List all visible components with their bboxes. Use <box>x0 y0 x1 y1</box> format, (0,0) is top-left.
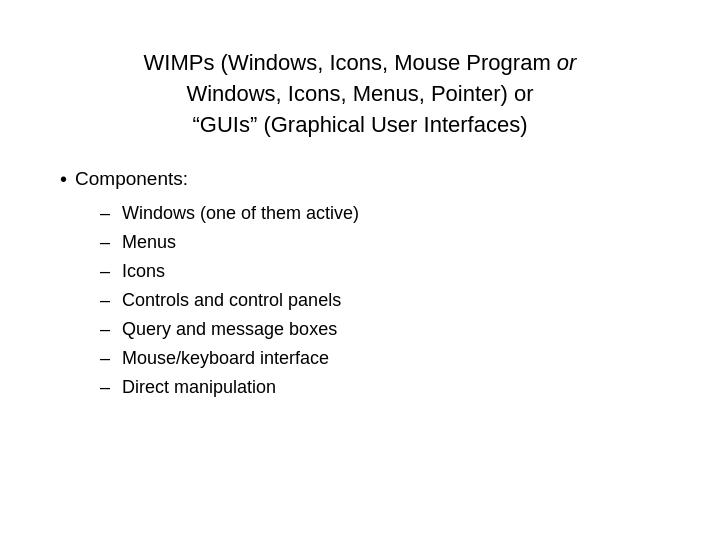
title-line3: “GUIs” (Graphical User Interfaces) <box>60 110 660 141</box>
slide-title: WIMPs (Windows, Icons, Mouse Program or … <box>60 48 660 140</box>
list-item: –Direct manipulation <box>100 374 660 401</box>
list-item-text: Icons <box>122 258 165 285</box>
components-header: • Components: <box>60 168 660 190</box>
component-list: –Windows (one of them active)–Menus–Icon… <box>60 200 660 401</box>
list-item-text: Query and message boxes <box>122 316 337 343</box>
dash-icon: – <box>100 258 110 285</box>
list-item: –Query and message boxes <box>100 316 660 343</box>
title-line1: WIMPs (Windows, Icons, Mouse Program or <box>60 48 660 79</box>
list-item-text: Controls and control panels <box>122 287 341 314</box>
list-item: –Mouse/keyboard interface <box>100 345 660 372</box>
dash-icon: – <box>100 345 110 372</box>
list-item-text: Direct manipulation <box>122 374 276 401</box>
list-item: –Controls and control panels <box>100 287 660 314</box>
components-label: Components: <box>75 168 188 190</box>
list-item-text: Windows (one of them active) <box>122 200 359 227</box>
dash-icon: – <box>100 287 110 314</box>
title-italic: or <box>557 50 577 75</box>
slide-container: WIMPs (Windows, Icons, Mouse Program or … <box>0 0 720 540</box>
dash-icon: – <box>100 316 110 343</box>
dash-icon: – <box>100 200 110 227</box>
bullet-icon: • <box>60 169 67 189</box>
dash-icon: – <box>100 374 110 401</box>
title-line2: Windows, Icons, Menus, Pointer) or <box>60 79 660 110</box>
list-item: –Windows (one of them active) <box>100 200 660 227</box>
list-item: –Icons <box>100 258 660 285</box>
list-item: –Menus <box>100 229 660 256</box>
list-item-text: Menus <box>122 229 176 256</box>
list-item-text: Mouse/keyboard interface <box>122 345 329 372</box>
components-section: • Components: –Windows (one of them acti… <box>60 168 660 401</box>
dash-icon: – <box>100 229 110 256</box>
